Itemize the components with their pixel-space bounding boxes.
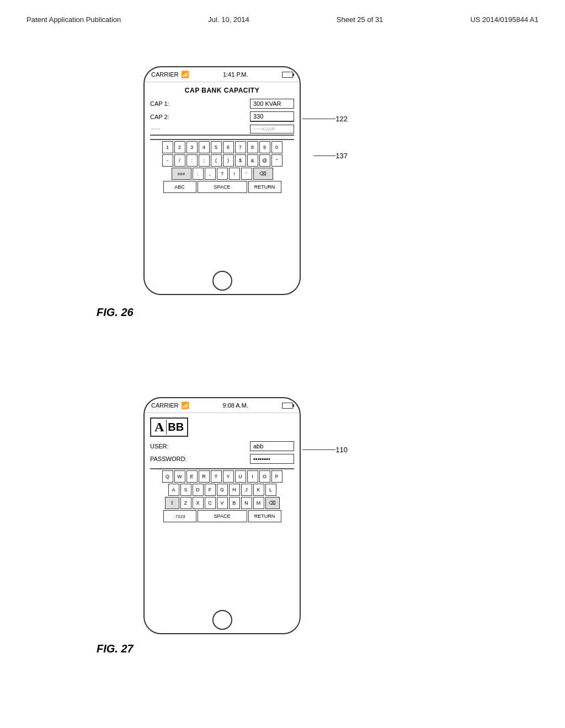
key-u[interactable]: U [235,470,246,483]
key-hashmore[interactable]: ### [172,168,191,180]
cap1-label: CAP 1: [150,100,169,107]
fig26-home-button[interactable] [212,271,232,291]
password-input[interactable]: •••••••• [250,454,294,464]
cap3-input[interactable]: ~~~KVAR [250,125,294,133]
key-w[interactable]: W [174,470,185,483]
cap1-input[interactable]: 300 KVAR [250,99,294,109]
ref-137: 137 [313,152,348,160]
key-x[interactable]: X [193,497,204,509]
key-q[interactable]: Q [162,470,173,483]
key-1[interactable]: 1 [162,141,173,153]
key-k[interactable]: K [253,484,264,496]
kb-row-asdf: A S D F G H J K L [150,484,294,496]
fig26-text: FIG. 26 [97,306,134,318]
key-rparen[interactable]: ) [223,154,234,167]
key-c[interactable]: C [205,497,216,509]
key-slash[interactable]: / [174,154,185,167]
key-m[interactable]: M [253,497,264,509]
key-backspace[interactable]: ⌫ [253,168,273,180]
wifi-icon: 📶 [181,71,189,78]
key-abc[interactable]: ABC [163,181,196,193]
key-g[interactable]: G [217,484,228,496]
status-left: CARRIER 📶 [151,71,189,78]
key-shift[interactable]: ⇧ [165,497,179,509]
key-quote[interactable]: " [271,154,282,167]
key-a[interactable]: A [168,484,179,496]
key-r[interactable]: R [199,470,210,483]
app-title: CAP BANK CAPACITY [150,87,294,94]
key-9[interactable]: 9 [259,141,270,153]
fig27-container: CARRIER 📶 9:08 A.M. A BB USER: abb PASSW… [143,397,301,634]
key-5[interactable]: 5 [211,141,222,153]
time-label: 1:41 P.M. [223,71,248,78]
carrier-label: CARRIER [151,71,179,78]
key-return-27[interactable]: RETURN [248,510,281,522]
key-d[interactable]: D [193,484,204,496]
carrier-label-27: CARRIER [151,402,179,409]
field-row-cap3: ~~~ ~~~KVAR [150,125,294,136]
key-question[interactable]: ? [217,168,228,180]
key-z[interactable]: Z [180,497,191,509]
field-row-user: USER: abb [150,441,294,451]
key-n[interactable]: N [241,497,252,509]
key-p[interactable]: P [271,470,282,483]
fig26-container: CARRIER 📶 1:41 P.M. CAP BANK CAPACITY CA… [143,66,301,295]
cap3-label: ~~~ [150,126,161,132]
key-bksp-27[interactable]: ⌫ [265,497,280,509]
key-at[interactable]: @ [259,154,270,167]
key-dollar[interactable]: $ [235,154,246,167]
fig27-phone: CARRIER 📶 9:08 A.M. A BB USER: abb PASSW… [143,397,301,634]
key-colon[interactable]: : [186,154,198,167]
key-v[interactable]: V [217,497,228,509]
key-8[interactable]: 8 [247,141,258,153]
key-o[interactable]: O [259,470,270,483]
password-label: PASSWORD: [150,456,186,462]
key-7[interactable]: 7 [235,141,246,153]
key-y[interactable]: Y [223,470,234,483]
key-exclaim[interactable]: ! [229,168,240,180]
fig27-home-button[interactable] [212,610,232,630]
kb-row-more: ### . , ? ! ' ⌫ [150,168,294,180]
key-j[interactable]: J [241,484,252,496]
user-input[interactable]: abb [250,441,294,451]
key-0[interactable]: 0 [271,141,282,153]
user-label: USER: [150,443,169,449]
key-comma[interactable]: , [205,168,216,180]
abb-logo-bb: BB [168,421,184,433]
key-6[interactable]: 6 [223,141,234,153]
patent-number: US 2014/0195844 A1 [470,15,539,24]
abb-logo-a: A [154,420,167,435]
key-amp[interactable]: & [247,154,258,167]
publication-date: Jul. 10, 2014 [208,15,249,24]
key-i[interactable]: I [247,470,258,483]
key-4[interactable]: 4 [199,141,210,153]
key-lparen[interactable]: ( [211,154,222,167]
key-3[interactable]: 3 [186,141,198,153]
field-row-password: PASSWORD: •••••••• [150,454,294,464]
key-l[interactable]: L [265,484,276,496]
key-s[interactable]: S [180,484,191,496]
key-numbers[interactable]: .7123 [163,510,196,522]
key-return[interactable]: RETURN [248,181,281,193]
fig26-app-screen: CAP BANK CAPACITY CAP 1: 300 KVAR CAP 2:… [145,82,300,267]
fig27-app-screen: A BB USER: abb PASSWORD: •••••••• Q W E … [145,413,300,607]
key-apostrophe[interactable]: ' [241,168,252,180]
key-space[interactable]: SPACE [198,181,247,193]
fig27-status-bar: CARRIER 📶 9:08 A.M. [145,398,300,413]
key-b[interactable]: B [229,497,240,509]
key-2[interactable]: 2 [174,141,185,153]
key-f[interactable]: F [205,484,216,496]
key-t[interactable]: T [211,470,222,483]
key-e[interactable]: E [186,470,198,483]
fig26-keyboard: 1 2 3 4 5 6 7 8 9 0 - / : ; ( [150,139,294,193]
kb-row-qwerty: Q W E R T Y U I O P [150,470,294,483]
wifi-icon-27: 📶 [181,402,189,409]
key-semicolon[interactable]: ; [199,154,210,167]
cap2-input[interactable]: 330 [250,111,294,122]
fig26-phone: CARRIER 📶 1:41 P.M. CAP BANK CAPACITY CA… [143,66,301,295]
key-dash[interactable]: - [162,154,173,167]
key-h[interactable]: H [229,484,240,496]
status-left-27: CARRIER 📶 [151,402,189,409]
key-period[interactable]: . [193,168,204,180]
key-space-27[interactable]: SPACE [198,510,247,522]
